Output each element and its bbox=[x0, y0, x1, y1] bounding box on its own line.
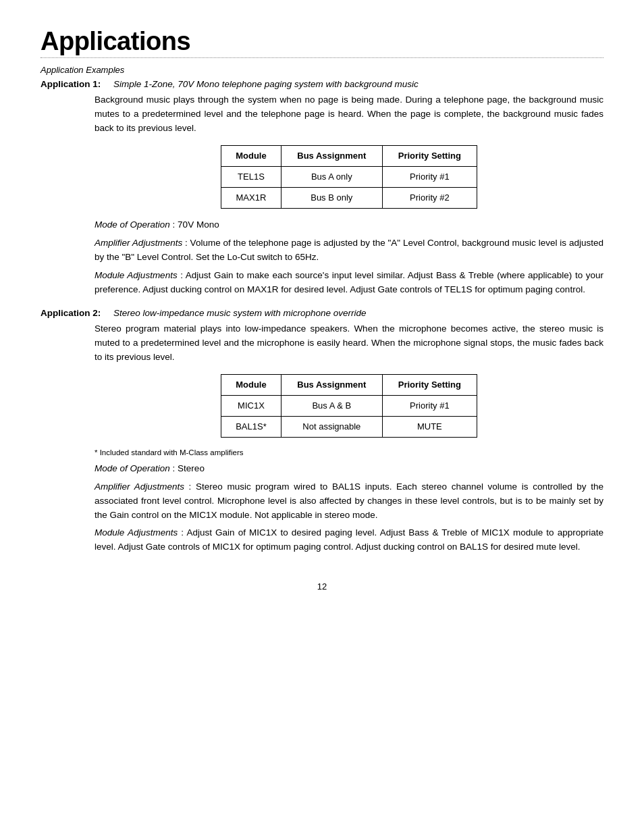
app2-amplifier-line: Amplifier Adjustments : Stereo music pro… bbox=[95, 480, 603, 523]
app2-footnote: * Included standard with M-Class amplifi… bbox=[95, 447, 603, 459]
app2-row1-bus: Bus A & B bbox=[281, 395, 382, 416]
app2-table: Module Bus Assignment Priority Setting M… bbox=[221, 374, 477, 438]
app2-col-module: Module bbox=[221, 374, 281, 395]
app2-mode-value: Stereo bbox=[178, 463, 205, 473]
application-1-section: Application 1: Simple 1-Zone, 70V Mono t… bbox=[41, 79, 603, 297]
app2-body-container: Stereo program material plays into low-i… bbox=[95, 322, 603, 555]
app1-body-text: Background music plays through the syste… bbox=[95, 93, 603, 136]
app2-heading: Application 2: Stereo low-impedance musi… bbox=[41, 308, 603, 318]
app1-row2-module: MAX1R bbox=[221, 188, 281, 209]
app2-mode-line: Mode of Operation : Stereo bbox=[95, 462, 603, 476]
app2-row2-bus: Not assignable bbox=[281, 416, 382, 437]
app1-mode-line: Mode of Operation : 70V Mono bbox=[95, 218, 603, 232]
app1-mode-colon: : bbox=[173, 219, 178, 230]
application-2-section: Application 2: Stereo low-impedance musi… bbox=[41, 308, 603, 555]
app1-amplifier-line: Amplifier Adjustments : Volume of the te… bbox=[95, 236, 603, 265]
table-row: MAX1R Bus B only Priority #2 bbox=[221, 188, 477, 209]
app1-subtitle: Simple 1-Zone, 70V Mono telephone paging… bbox=[113, 79, 419, 89]
page-number: 12 bbox=[41, 581, 603, 592]
app1-row1-module: TEL1S bbox=[221, 166, 281, 187]
app2-table-head: Module Bus Assignment Priority Setting bbox=[221, 374, 477, 395]
app2-table-body: MIC1X Bus A & B Priority #1 BAL1S* Not a… bbox=[221, 395, 477, 437]
app2-mode-colon: : bbox=[173, 463, 178, 473]
app2-row1-module: MIC1X bbox=[221, 395, 281, 416]
app1-row1-priority: Priority #1 bbox=[382, 166, 477, 187]
app2-mode-label: Mode of Operation bbox=[95, 463, 170, 473]
app1-module-line: Module Adjustments : Adjust Gain to make… bbox=[95, 269, 603, 297]
app2-table-header-row: Module Bus Assignment Priority Setting bbox=[221, 374, 477, 395]
app1-row2-priority: Priority #2 bbox=[382, 188, 477, 209]
app1-col-module: Module bbox=[221, 145, 281, 166]
app2-label: Application 2: bbox=[41, 308, 101, 318]
app2-subtitle: Stereo low-impedance music system with m… bbox=[113, 308, 366, 318]
app1-amplifier-label: Amplifier Adjustments bbox=[95, 238, 182, 248]
app1-row2-bus: Bus B only bbox=[281, 188, 382, 209]
section-label: Application Examples bbox=[41, 65, 603, 75]
page-title: Applications bbox=[41, 27, 603, 56]
app1-body-container: Background music plays through the syste… bbox=[95, 93, 603, 297]
app1-table-head: Module Bus Assignment Priority Setting bbox=[221, 145, 477, 166]
app1-label: Application 1: bbox=[41, 79, 101, 89]
app1-table: Module Bus Assignment Priority Setting T… bbox=[221, 145, 477, 209]
app1-module-label: Module Adjustments bbox=[95, 270, 178, 280]
app1-subtitle-space bbox=[103, 79, 111, 89]
app2-row2-priority: MUTE bbox=[382, 416, 477, 437]
app2-module-label: Module Adjustments bbox=[95, 527, 178, 538]
app2-row1-priority: Priority #1 bbox=[382, 395, 477, 416]
app2-col-priority: Priority Setting bbox=[382, 374, 477, 395]
app1-mode-value: 70V Mono bbox=[178, 219, 219, 230]
app2-table-container: Module Bus Assignment Priority Setting M… bbox=[95, 374, 603, 438]
app2-subtitle-space bbox=[103, 308, 111, 318]
app2-body-text: Stereo program material plays into low-i… bbox=[95, 322, 603, 365]
table-row: MIC1X Bus A & B Priority #1 bbox=[221, 395, 477, 416]
table-row: BAL1S* Not assignable MUTE bbox=[221, 416, 477, 437]
app2-module-line: Module Adjustments : Adjust Gain of MIC1… bbox=[95, 526, 603, 554]
app2-row2-module: BAL1S* bbox=[221, 416, 281, 437]
app1-col-bus: Bus Assignment bbox=[281, 145, 382, 166]
title-divider bbox=[41, 57, 603, 58]
app1-heading: Application 1: Simple 1-Zone, 70V Mono t… bbox=[41, 79, 603, 89]
app1-row1-bus: Bus A only bbox=[281, 166, 382, 187]
app2-col-bus: Bus Assignment bbox=[281, 374, 382, 395]
app1-mode-label: Mode of Operation bbox=[95, 219, 170, 230]
app1-col-priority: Priority Setting bbox=[382, 145, 477, 166]
app1-table-container: Module Bus Assignment Priority Setting T… bbox=[95, 145, 603, 209]
app1-table-body: TEL1S Bus A only Priority #1 MAX1R Bus B… bbox=[221, 166, 477, 208]
table-row: TEL1S Bus A only Priority #1 bbox=[221, 166, 477, 187]
app1-table-header-row: Module Bus Assignment Priority Setting bbox=[221, 145, 477, 166]
app2-amplifier-label: Amplifier Adjustments bbox=[95, 481, 184, 492]
